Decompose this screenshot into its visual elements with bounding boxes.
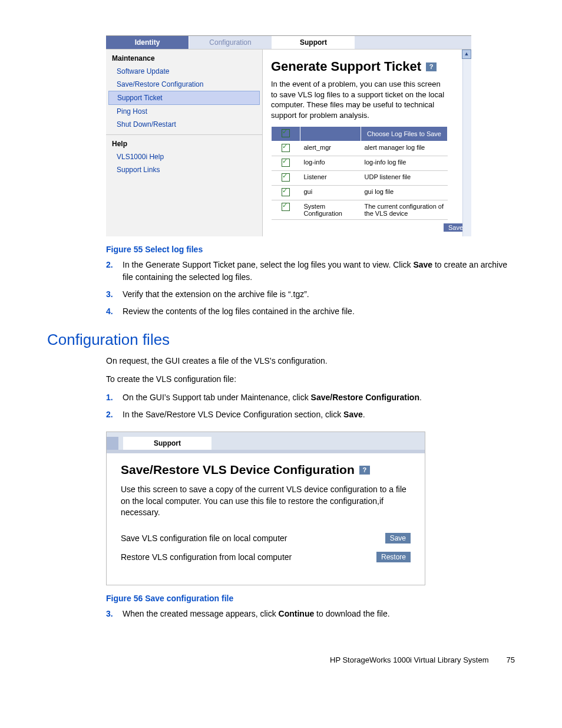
figure-55-screenshot: Identity Configuration Support Maintenan…	[106, 35, 471, 236]
log-name: gui	[300, 186, 361, 200]
sidebar: Maintenance Software Update Save/Restore…	[106, 50, 263, 236]
step-item: 2. In the Generate Support Ticket pane, …	[106, 259, 515, 284]
page-title: Generate Support Ticket	[271, 59, 421, 74]
table-row: alert_mgr alert manager log file	[272, 141, 448, 156]
checkbox[interactable]	[282, 159, 290, 167]
table-row: Listener UDP listener file	[272, 171, 448, 186]
table-row: log-info log-info log file	[272, 156, 448, 171]
sidebar-header-help: Help	[106, 135, 262, 150]
sidebar-item-shutdown-restart[interactable]: Shut Down/Restart	[106, 118, 262, 131]
tab-blank	[107, 437, 118, 450]
footer-title: HP StorageWorks 1000i Virtual Library Sy…	[330, 655, 489, 664]
main-pane: ▲ Generate Support Ticket ? In the event…	[263, 50, 471, 236]
step-item: 1. On the GUI’s Support tab under Mainte…	[106, 391, 515, 404]
step-item: 2. In the Save/Restore VLS Device Config…	[106, 409, 515, 421]
body-text: To create the VLS configuration file:	[106, 373, 515, 386]
row-label-restore: Restore VLS configuration from local com…	[121, 552, 292, 562]
table-row: gui gui log file	[272, 186, 448, 200]
step-item: 3. When the created message appears, cli…	[106, 608, 515, 620]
sidebar-item-support-ticket[interactable]: Support Ticket	[108, 91, 260, 105]
log-name: alert_mgr	[300, 141, 361, 156]
section-heading: Configuration files	[47, 331, 515, 349]
page-description: In the event of a problem, you can use t…	[271, 79, 448, 120]
save-button[interactable]: Save	[385, 533, 411, 543]
log-desc: alert manager log file	[361, 141, 448, 156]
scrollbar[interactable]	[462, 59, 471, 236]
column-header-choose: Choose Log Files to Save	[361, 127, 448, 141]
step-number: 2.	[106, 409, 123, 421]
step-item: 4. Review the contents of the log files …	[106, 305, 515, 318]
checkbox-all[interactable]	[282, 129, 290, 137]
tab-support[interactable]: Support	[123, 437, 211, 450]
step-number: 4.	[106, 305, 123, 318]
log-desc: The current configuration of the VLS dev…	[361, 200, 448, 220]
log-desc: log-info log file	[361, 156, 448, 171]
sidebar-item-vls-help[interactable]: VLS1000i Help	[106, 150, 262, 163]
log-desc: UDP listener file	[361, 171, 448, 186]
tab-identity[interactable]: Identity	[106, 36, 189, 49]
checkbox[interactable]	[282, 173, 290, 182]
checkbox[interactable]	[282, 144, 290, 152]
step-item: 3. Verify that the extension on the arch…	[106, 288, 515, 301]
page-title: Save/Restore VLS Device Configuration	[121, 463, 355, 477]
checkbox[interactable]	[282, 188, 290, 196]
row-label-save: Save VLS configuration file on local com…	[121, 533, 287, 543]
body-text: On request, the GUI creates a file of th…	[106, 355, 515, 367]
help-icon[interactable]: ?	[426, 62, 437, 71]
footer-page: 75	[507, 655, 515, 664]
checkbox[interactable]	[282, 203, 290, 211]
sidebar-item-support-links[interactable]: Support Links	[106, 163, 262, 176]
table-row: System Configuration The current configu…	[272, 200, 448, 220]
step-number: 2.	[106, 259, 123, 284]
step-number: 3.	[106, 288, 123, 301]
tab-configuration[interactable]: Configuration	[189, 36, 272, 49]
log-desc: gui log file	[361, 186, 448, 200]
figure-56-screenshot: Support Save/Restore VLS Device Configur…	[106, 431, 425, 585]
log-name: System Configuration	[300, 200, 361, 220]
sidebar-header-maintenance: Maintenance	[106, 50, 262, 65]
log-name: log-info	[300, 156, 361, 171]
restore-button[interactable]: Restore	[376, 552, 411, 562]
step-number: 3.	[106, 608, 123, 620]
tabs-empty	[355, 36, 471, 49]
log-files-table: Choose Log Files to Save alert_mgr alert…	[271, 126, 448, 220]
help-icon[interactable]: ?	[359, 466, 370, 475]
step-number: 1.	[106, 391, 123, 404]
log-name: Listener	[300, 171, 361, 186]
sidebar-item-save-restore[interactable]: Save/Restore Configuration	[106, 78, 262, 91]
figure-55-caption: Figure 55 Select log files	[106, 245, 515, 254]
sidebar-item-software-update[interactable]: Software Update	[106, 65, 262, 78]
tab-support[interactable]: Support	[272, 36, 355, 49]
figure-56-caption: Figure 56 Save configuration file	[106, 594, 515, 603]
sidebar-item-ping-host[interactable]: Ping Host	[106, 105, 262, 118]
scroll-up-icon[interactable]: ▲	[462, 50, 471, 59]
page-description: Use this screen to save a copy of the cu…	[121, 484, 411, 519]
